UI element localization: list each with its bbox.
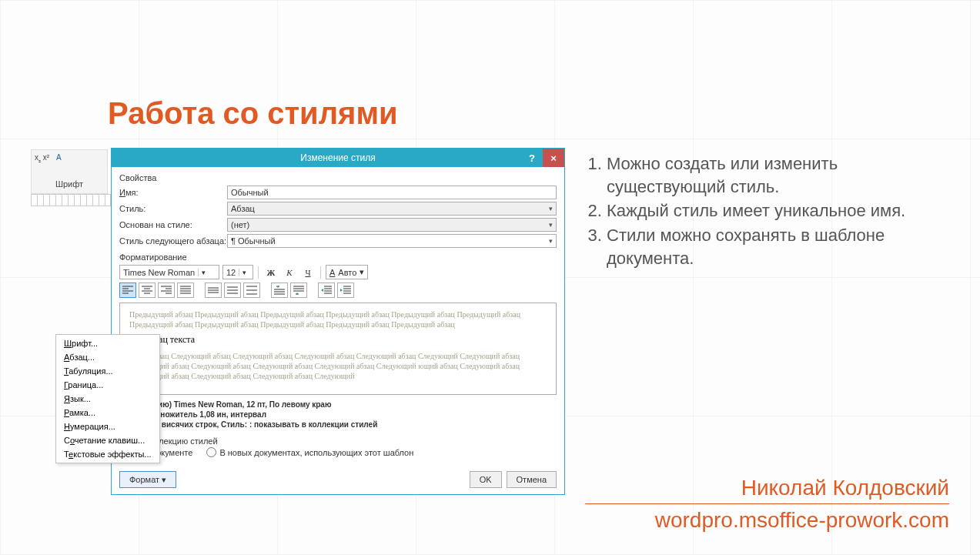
help-button[interactable]: ? bbox=[521, 149, 543, 167]
site-url: wordpro.msoffice-prowork.com bbox=[655, 508, 949, 533]
underline-button[interactable]: Ч bbox=[300, 265, 316, 279]
line-spacing-1-button[interactable] bbox=[205, 283, 222, 298]
bullet-2: Каждый стиль имеет уникальное имя. bbox=[607, 199, 955, 222]
chevron-down-icon: ▾ bbox=[198, 269, 206, 276]
menu-item-frame[interactable]: Рамка... bbox=[58, 406, 158, 420]
section-formatting: Форматирование bbox=[119, 252, 557, 262]
menu-item-shortcut[interactable]: Сочетание клавиш... bbox=[58, 433, 158, 447]
ribbon-font-group: x₂ x² A Шрифт bbox=[31, 149, 108, 194]
space-before-inc-button[interactable] bbox=[271, 283, 288, 298]
font-color-select[interactable]: A Авто ▾ bbox=[326, 265, 368, 279]
menu-item-language[interactable]: Язык... bbox=[58, 392, 158, 406]
style-preview: Предыдущий абзац Предыдущий абзац Предыд… bbox=[119, 303, 557, 395]
italic-button[interactable]: К bbox=[282, 265, 297, 279]
line-spacing-15-button[interactable] bbox=[224, 283, 241, 298]
next-paragraph-label: Стиль следующего абзаца: bbox=[119, 236, 227, 246]
author-name: Николай Колдовский bbox=[741, 476, 949, 500]
name-input[interactable]: Обычный bbox=[227, 186, 557, 199]
menu-item-paragraph[interactable]: Абзац... bbox=[58, 350, 158, 364]
chevron-down-icon: ▾ bbox=[549, 205, 553, 212]
style-type-label: Стиль: bbox=[119, 204, 227, 213]
cancel-button[interactable]: Отмена bbox=[507, 471, 557, 488]
preview-sample-text: дин абзац текста bbox=[129, 334, 547, 346]
font-size-select[interactable]: 12▾ bbox=[222, 265, 253, 279]
modify-style-dialog: Изменение стиля ? × Свойства Имя: Обычны… bbox=[111, 148, 565, 495]
name-label: Имя: bbox=[119, 188, 227, 197]
format-button[interactable]: Формат ▾ bbox=[119, 471, 176, 488]
font-name-select[interactable]: Times New Roman▾ bbox=[119, 265, 219, 279]
ribbon-group-label: Шрифт bbox=[35, 179, 104, 189]
preview-previous-text: Предыдущий абзац Предыдущий абзац Предыд… bbox=[129, 309, 547, 329]
align-center-button[interactable] bbox=[139, 283, 156, 298]
bullet-1: Можно создать или изменить существующий … bbox=[607, 152, 955, 198]
preview-next-text: ющий абзац Следующий абзац Следующий абз… bbox=[129, 351, 547, 381]
bullet-3: Стили можно сохранять в шаблоне документ… bbox=[607, 224, 955, 269]
menu-item-tabs[interactable]: Табуляция... bbox=[58, 364, 158, 378]
space-before-dec-button[interactable] bbox=[290, 283, 307, 298]
menu-item-numbering[interactable]: Нумерация... bbox=[58, 420, 158, 433]
format-context-menu: Шрифт... Абзац... Табуляция... Граница..… bbox=[55, 334, 160, 463]
divider bbox=[585, 503, 949, 504]
based-on-select[interactable]: (нет)▾ bbox=[227, 218, 557, 232]
close-button[interactable]: × bbox=[543, 149, 564, 167]
menu-item-font[interactable]: Шрифт... bbox=[58, 336, 158, 350]
chevron-down-icon: ▾ bbox=[549, 237, 553, 245]
chevron-down-icon: ▾ bbox=[239, 269, 246, 276]
style-description: умолчанию) Times New Roman, 12 пт, По ле… bbox=[125, 400, 557, 430]
dialog-title: Изменение стиля bbox=[300, 152, 375, 163]
style-type-select[interactable]: Абзац▾ bbox=[227, 202, 557, 216]
align-justify-button[interactable] bbox=[177, 283, 194, 298]
indent-decrease-button[interactable] bbox=[318, 283, 335, 298]
dialog-titlebar[interactable]: Изменение стиля ? × bbox=[112, 149, 564, 167]
ok-button[interactable]: OK bbox=[470, 471, 502, 488]
align-left-button[interactable] bbox=[119, 283, 136, 298]
indent-increase-button[interactable] bbox=[337, 283, 354, 298]
chevron-down-icon: ▾ bbox=[360, 267, 364, 277]
next-paragraph-select[interactable]: ¶ Обычный▾ bbox=[227, 234, 557, 248]
based-on-label: Основан на стиле: bbox=[119, 220, 227, 229]
bullet-list: Можно создать или изменить существующий … bbox=[585, 152, 955, 271]
section-properties: Свойства bbox=[119, 173, 557, 182]
align-right-button[interactable] bbox=[158, 283, 175, 298]
radio-new-documents[interactable] bbox=[206, 447, 216, 457]
ruler bbox=[31, 194, 111, 206]
chevron-down-icon: ▾ bbox=[549, 221, 553, 229]
menu-item-text-effects[interactable]: Текстовые эффекты... bbox=[58, 447, 158, 461]
bold-button[interactable]: Ж bbox=[263, 265, 279, 279]
line-spacing-2-button[interactable] bbox=[243, 283, 260, 298]
slide-title: Работа со стилями bbox=[108, 96, 398, 131]
add-to-gallery-checkbox[interactable]: в коллекцию стилей bbox=[125, 436, 557, 446]
menu-item-border[interactable]: Граница... bbox=[58, 378, 158, 392]
